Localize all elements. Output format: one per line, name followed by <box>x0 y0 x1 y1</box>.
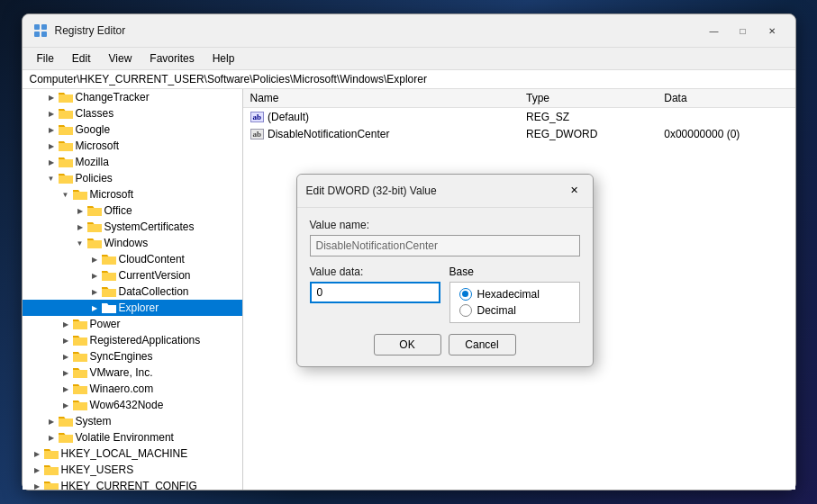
radio-label-hex: Hexadecimal <box>477 288 540 301</box>
edit-dword-dialog: Edit DWORD (32-bit) Value ✕ Value name: … <box>296 174 594 367</box>
radio-group: Hexadecimal Decimal <box>449 282 580 323</box>
registry-editor-window: Registry Editor — □ ✕ File Edit View Fav… <box>22 14 796 490</box>
dialog-title-bar: Edit DWORD (32-bit) Value ✕ <box>297 175 593 208</box>
value-name-input[interactable] <box>310 235 580 256</box>
dialog-overlay: Edit DWORD (32-bit) Value ✕ Value name: … <box>23 14 795 490</box>
radio-dot-hex <box>459 288 472 301</box>
radio-label-dec: Decimal <box>477 304 516 317</box>
radio-hexadecimal[interactable]: Hexadecimal <box>459 288 570 301</box>
base-section: Base Hexadecimal Decimal <box>449 266 580 323</box>
radio-decimal[interactable]: Decimal <box>459 304 570 317</box>
radio-dot-dec <box>459 304 472 317</box>
base-label: Base <box>449 266 580 278</box>
ok-button[interactable]: OK <box>374 334 441 356</box>
dialog-title: Edit DWORD (32-bit) Value <box>306 184 437 197</box>
value-name-label: Value name: <box>310 219 580 231</box>
dialog-buttons: OK Cancel <box>310 334 580 356</box>
value-data-input[interactable] <box>310 282 440 303</box>
value-data-label: Value data: <box>310 266 440 278</box>
dialog-row: Value data: Base Hexadecimal <box>310 266 580 323</box>
value-data-section: Value data: <box>310 266 440 312</box>
dialog-close-button[interactable]: ✕ <box>566 182 584 200</box>
dialog-body: Value name: Value data: Base Hexadecima <box>297 208 593 366</box>
cancel-button[interactable]: Cancel <box>449 334 516 356</box>
